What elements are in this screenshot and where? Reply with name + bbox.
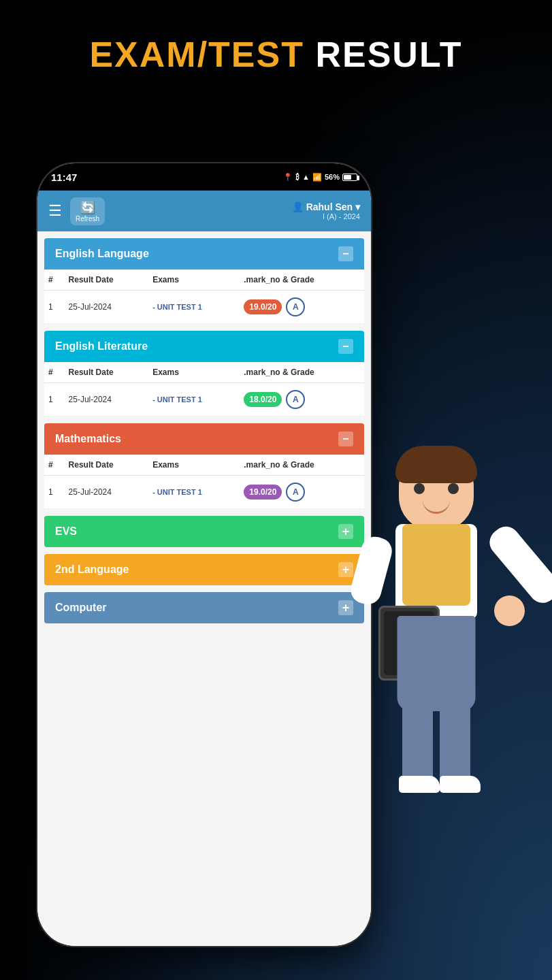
row-date: 25-Jul-2024 (65, 291, 149, 324)
subject-name-english-literature: English Literature (55, 340, 148, 353)
character-leg-right (440, 704, 470, 786)
col-mark-grade: .mark_no & Grade (240, 270, 364, 291)
grade-circle: A (286, 390, 305, 409)
character-pants (397, 616, 476, 711)
subject-name-2nd-language: 2nd Language (55, 564, 129, 576)
app-header: ☰ 🔄 Refresh 👤 Rahul Sen ▾ I (A) - 2024 (37, 191, 371, 231)
character-shoe-right (440, 776, 481, 793)
phone-frame: 11:47 📍 ₿ ▲ 📶 56% ☰ 🔄 Refresh (37, 163, 371, 946)
character-hair (395, 446, 477, 483)
mark-pill: 19.0/20 (244, 299, 282, 314)
row-mark-grade: 18.0/20 A (240, 383, 364, 416)
subject-section-computer: Computer + (44, 592, 364, 623)
result-table-mathematics: # Result Date Exams .mark_no & Grade 1 2… (44, 455, 364, 509)
row-num: 1 (44, 476, 65, 509)
bluetooth-icon: ₿ (295, 173, 299, 181)
subject-header-2nd-language[interactable]: 2nd Language + (44, 554, 364, 585)
subject-header-evs[interactable]: EVS + (44, 516, 364, 547)
page-title: EXAM/TEST RESULT (0, 34, 552, 75)
row-date: 25-Jul-2024 (65, 476, 149, 509)
row-num: 1 (44, 383, 65, 416)
character-leg-left (402, 704, 433, 786)
status-time: 11:47 (51, 172, 77, 183)
character-arm-left (348, 534, 395, 607)
character-body (341, 449, 532, 844)
header-left: ☰ 🔄 Refresh (48, 197, 105, 225)
col-exams: Exams (148, 455, 240, 476)
character-torso (395, 524, 477, 619)
row-exam: - UNIT TEST 1 (148, 291, 240, 324)
grade-circle: A (286, 297, 305, 316)
subject-section-english-literature: English Literature − # Result Date Exams… (44, 331, 364, 416)
mark-badge: 19.0/20 A (244, 297, 305, 316)
col-date: Result Date (65, 362, 149, 383)
title-orange: EXAM/TEST (89, 35, 304, 74)
result-table-english-literature: # Result Date Exams .mark_no & Grade 1 2… (44, 362, 364, 416)
col-num: # (44, 270, 65, 291)
location-icon: 📍 (283, 173, 293, 182)
col-num: # (44, 455, 65, 476)
row-exam: - UNIT TEST 1 (148, 383, 240, 416)
signal-icon: 📶 (312, 173, 322, 182)
subject-name-computer: Computer (55, 602, 107, 614)
subject-name-mathematics: Mathematics (55, 433, 121, 445)
character-eye-right (448, 483, 459, 494)
character-smile (423, 500, 450, 514)
row-mark-grade: 19.0/20 A (240, 291, 364, 324)
refresh-icon: 🔄 (76, 200, 99, 215)
mark-pill: 18.0/20 (244, 392, 282, 407)
mark-badge: 19.0/20 A (244, 483, 305, 502)
title-white: RESULT (315, 35, 462, 74)
col-exams: Exams (148, 270, 240, 291)
header-right: 👤 Rahul Sen ▾ I (A) - 2024 (292, 201, 360, 220)
character-head (399, 449, 474, 531)
app-content[interactable]: English Language − # Result Date Exams .… (37, 231, 371, 946)
refresh-label: Refresh (76, 215, 99, 223)
character-vest (402, 524, 470, 606)
subject-section-evs: EVS + (44, 516, 364, 547)
col-exams: Exams (148, 362, 240, 383)
subject-section-mathematics: Mathematics − # Result Date Exams .mark_… (44, 423, 364, 509)
refresh-button[interactable]: 🔄 Refresh (70, 197, 105, 225)
mark-badge: 18.0/20 A (244, 390, 305, 409)
phone-screen: 11:47 📍 ₿ ▲ 📶 56% ☰ 🔄 Refresh (37, 163, 371, 946)
character-illustration (341, 449, 532, 844)
subject-section-english-language: English Language − # Result Date Exams .… (44, 238, 364, 324)
col-date: Result Date (65, 455, 149, 476)
col-num: # (44, 362, 65, 383)
user-name: 👤 Rahul Sen ▾ (292, 201, 360, 212)
row-exam: - UNIT TEST 1 (148, 476, 240, 509)
grade-circle: A (286, 483, 305, 502)
menu-button[interactable]: ☰ (48, 202, 62, 220)
table-row: 1 25-Jul-2024 - UNIT TEST 1 19.0/20 A (44, 291, 364, 324)
subject-header-english-literature[interactable]: English Literature − (44, 331, 364, 362)
table-row: 1 25-Jul-2024 - UNIT TEST 1 19.0/20 A (44, 476, 364, 509)
status-bar: 11:47 📍 ₿ ▲ 📶 56% (37, 163, 371, 191)
mark-pill: 19.0/20 (244, 485, 282, 500)
result-table-english-language: # Result Date Exams .mark_no & Grade 1 2… (44, 270, 364, 324)
battery-percent: 56% (325, 173, 340, 181)
wifi-icon: ▲ (302, 173, 310, 181)
collapse-btn-english-literature[interactable]: − (338, 339, 353, 354)
col-date: Result Date (65, 270, 149, 291)
row-num: 1 (44, 291, 65, 324)
character-hand-right (494, 595, 525, 626)
user-class: I (A) - 2024 (292, 212, 360, 220)
subject-header-english-language[interactable]: English Language − (44, 238, 364, 270)
subject-name-evs: EVS (55, 525, 77, 538)
subject-header-mathematics[interactable]: Mathematics − (44, 423, 364, 455)
subject-name-english-language: English Language (55, 248, 149, 260)
subject-header-computer[interactable]: Computer + (44, 592, 364, 623)
table-row: 1 25-Jul-2024 - UNIT TEST 1 18.0/20 A (44, 383, 364, 416)
subject-section-2nd-language: 2nd Language + (44, 554, 364, 585)
status-icons: 📍 ₿ ▲ 📶 56% (283, 173, 357, 182)
battery-icon (342, 174, 357, 181)
collapse-btn-english-language[interactable]: − (338, 246, 353, 261)
row-date: 25-Jul-2024 (65, 383, 149, 416)
collapse-btn-mathematics[interactable]: − (338, 431, 353, 446)
character-eye-left (414, 483, 425, 494)
col-mark-grade: .mark_no & Grade (240, 362, 364, 383)
character-shoe-left (399, 776, 440, 793)
